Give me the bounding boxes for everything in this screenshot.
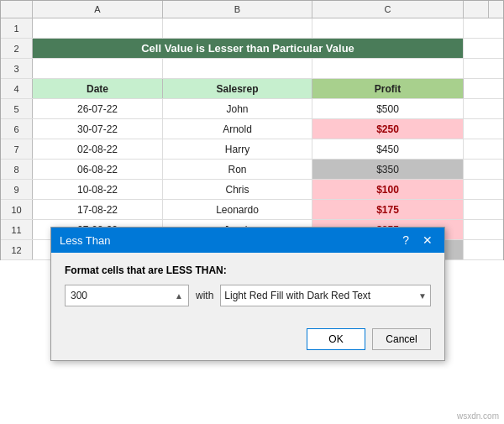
cell-profit-8: $350	[312, 160, 464, 179]
header-date: Date	[33, 79, 163, 98]
dialog-titlebar: Less Than ? ✕	[51, 228, 444, 253]
cell-profit-7: $450	[312, 139, 464, 159]
header-salesrep: Salesrep	[163, 79, 312, 98]
cell-d3	[312, 59, 464, 78]
col-headers-row: A B C	[1, 1, 503, 18]
cell-date-9: 10-08-22	[33, 180, 163, 199]
table-row: 6 30-07-22 Arnold $250	[1, 119, 503, 139]
cell-date-8: 06-08-22	[33, 160, 163, 179]
cell-salesrep-6: Arnold	[163, 119, 312, 139]
input-up-arrow-icon[interactable]: ▲	[175, 291, 183, 301]
cell-salesrep-8: Ron	[163, 160, 312, 179]
row-num-9: 9	[1, 180, 33, 199]
header-profit: Profit	[312, 79, 464, 98]
row-num-3: 3	[1, 59, 33, 78]
cell-salesrep-7: Harry	[163, 139, 312, 159]
dropdown-arrow-icon: ▼	[418, 291, 427, 301]
col-header-d: C	[312, 1, 464, 18]
input-value-text: 300	[71, 290, 87, 301]
cell-profit-6: $250	[312, 119, 464, 139]
cell-c1	[163, 18, 312, 38]
row-num-1: 1	[1, 18, 33, 38]
row-num-7: 7	[1, 139, 33, 159]
table-row: 10 17-08-22 Leonardo $175	[1, 200, 503, 220]
table-row: 9 10-08-22 Chris $100	[1, 180, 503, 200]
dialog-input-row: 300 ▲ with Light Red Fill with Dark Red …	[65, 285, 431, 306]
dialog-help-button[interactable]: ?	[399, 233, 412, 247]
spreadsheet: A B C 1 2 Cell Value is Lesser than Part…	[0, 0, 504, 260]
format-style-dropdown[interactable]: Light Red Fill with Dark Red Text ▼	[220, 285, 431, 306]
cell-salesrep-9: Chris	[163, 180, 312, 199]
row-num-12: 12	[1, 240, 33, 259]
with-label: with	[196, 290, 213, 301]
dialog-instruction-label: Format cells that are LESS THAN:	[65, 264, 431, 276]
col-header-e	[464, 1, 489, 18]
row-num-4: 4	[1, 79, 33, 98]
row-1: 1	[1, 18, 503, 39]
cell-date-7: 02-08-22	[33, 139, 163, 159]
cell-b1	[33, 18, 163, 38]
corner-cell	[1, 1, 33, 18]
cell-profit-5: $500	[312, 99, 464, 118]
watermark: wsxdn.com	[457, 411, 499, 421]
row-num-10: 10	[1, 200, 33, 219]
dialog-footer: OK Cancel	[51, 325, 444, 360]
cell-date-5: 26-07-22	[33, 99, 163, 118]
row-num-6: 6	[1, 119, 33, 139]
row-num-11: 11	[1, 220, 33, 239]
cell-d1	[312, 18, 464, 38]
less-than-dialog: Less Than ? ✕ Format cells that are LESS…	[50, 227, 445, 361]
dialog-title: Less Than	[60, 234, 110, 247]
table-row: 5 26-07-22 John $500	[1, 99, 503, 119]
title-cell: Cell Value is Lesser than Particular Val…	[33, 39, 464, 58]
col-header-b: A	[33, 1, 163, 18]
dialog-body: Format cells that are LESS THAN: 300 ▲ w…	[51, 253, 444, 325]
table-row: 8 06-08-22 Ron $350	[1, 160, 503, 180]
row-2: 2 Cell Value is Lesser than Particular V…	[1, 39, 503, 59]
row-3: 3	[1, 59, 503, 79]
dialog-window-controls: ? ✕	[399, 233, 436, 247]
row-num-2: 2	[1, 39, 33, 58]
cell-profit-10: $175	[312, 200, 464, 219]
row-num-8: 8	[1, 160, 33, 179]
table-header-row: 4 Date Salesrep Profit	[1, 79, 503, 99]
cancel-button[interactable]: Cancel	[372, 328, 431, 350]
cell-b3	[33, 59, 163, 78]
cell-profit-9: $100	[312, 180, 464, 199]
dialog-close-button[interactable]: ✕	[419, 233, 436, 247]
cell-date-10: 17-08-22	[33, 200, 163, 219]
cell-c3	[163, 59, 312, 78]
table-row: 7 02-08-22 Harry $450	[1, 139, 503, 160]
cell-salesrep-10: Leonardo	[163, 200, 312, 219]
cell-date-6: 30-07-22	[33, 119, 163, 139]
less-than-input[interactable]: 300 ▲	[65, 285, 189, 306]
cell-salesrep-5: John	[163, 99, 312, 118]
col-header-c: B	[163, 1, 312, 18]
row-num-5: 5	[1, 99, 33, 118]
ok-button[interactable]: OK	[307, 328, 365, 350]
format-style-text: Light Red Fill with Dark Red Text	[224, 290, 415, 301]
